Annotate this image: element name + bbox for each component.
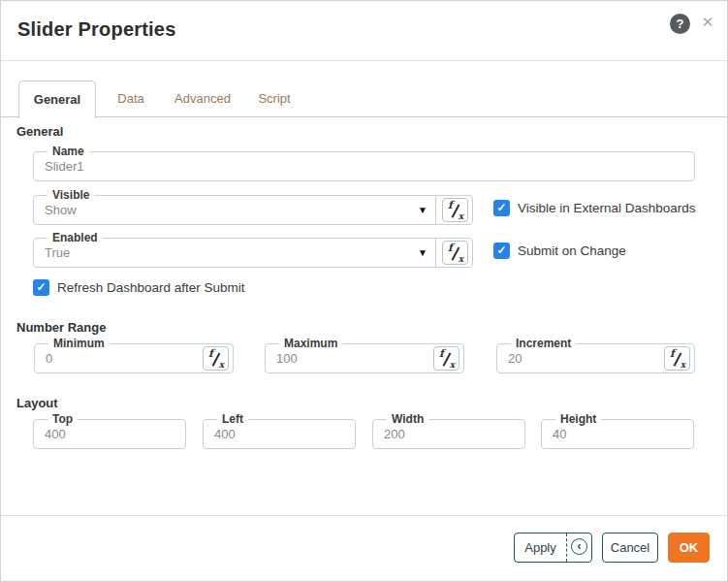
- help-icon[interactable]: ?: [670, 14, 690, 34]
- submit-on-change-label: Submit on Change: [518, 243, 626, 258]
- top-field: Top: [33, 419, 186, 449]
- slider-properties-dialog: Slider Properties ? ✕ General Data Advan…: [0, 0, 728, 582]
- header-divider: [1, 60, 727, 61]
- dropdown-arrow-icon: ▼: [418, 196, 427, 224]
- enabled-selected-value: True: [45, 239, 70, 267]
- apply-button-label[interactable]: Apply: [515, 534, 566, 562]
- general-section-heading: General: [16, 124, 63, 139]
- visible-external-label: Visible in External Dashboards: [518, 201, 696, 215]
- field-separator: [435, 239, 436, 267]
- minimum-field: Minimum fx: [34, 343, 234, 373]
- increment-field: Increment fx: [496, 343, 695, 373]
- close-icon[interactable]: ✕: [699, 14, 716, 31]
- tab-bar: General Data Advanced Script: [1, 81, 727, 117]
- fx-icon: fx: [207, 350, 225, 368]
- tab-data[interactable]: Data: [96, 81, 166, 117]
- maximum-field: Maximum fx: [265, 343, 464, 373]
- chevron-left-circle-icon: ‹: [571, 538, 587, 555]
- name-input[interactable]: [45, 152, 656, 180]
- height-input[interactable]: [553, 420, 655, 448]
- increment-input[interactable]: [508, 344, 656, 372]
- layout-section-heading: Layout: [16, 396, 58, 410]
- fx-icon: fx: [447, 244, 464, 262]
- apply-button[interactable]: Apply ‹: [514, 533, 592, 563]
- field-separator: [435, 196, 436, 224]
- visible-expression-button[interactable]: fx: [442, 198, 468, 222]
- dialog-title: Slider Properties: [17, 18, 175, 41]
- left-input[interactable]: [214, 420, 317, 448]
- apply-history-menu-button[interactable]: ‹: [566, 534, 592, 562]
- height-field: Height: [541, 419, 694, 449]
- tab-advanced[interactable]: Advanced: [166, 81, 239, 117]
- tab-general[interactable]: General: [18, 81, 96, 118]
- fx-icon: fx: [669, 350, 686, 368]
- name-field: Name: [33, 151, 695, 181]
- refresh-after-submit-label: Refresh Dashboard after Submit: [57, 280, 245, 295]
- ok-button[interactable]: OK: [668, 533, 710, 563]
- checkbox-check-icon: ✓: [33, 279, 49, 296]
- fx-icon: fx: [438, 350, 456, 368]
- minimum-input[interactable]: [46, 344, 195, 372]
- checkbox-check-icon: ✓: [493, 200, 510, 216]
- enabled-expression-button[interactable]: fx: [442, 241, 468, 265]
- increment-expression-button[interactable]: fx: [664, 346, 690, 371]
- tab-script[interactable]: Script: [239, 81, 309, 117]
- left-field: Left: [203, 419, 356, 449]
- enabled-dropdown[interactable]: Enabled True ▼ fx: [33, 238, 473, 268]
- fx-icon: fx: [447, 202, 464, 219]
- maximum-input[interactable]: [276, 344, 426, 372]
- maximum-expression-button[interactable]: fx: [433, 346, 459, 371]
- dropdown-arrow-icon: ▼: [418, 239, 427, 267]
- width-input[interactable]: [384, 420, 487, 448]
- cancel-button[interactable]: Cancel: [602, 533, 658, 563]
- checkbox-check-icon: ✓: [493, 242, 510, 259]
- number-range-section-heading: Number Range: [16, 320, 106, 335]
- visible-dropdown[interactable]: Visible Show ▼ fx: [33, 195, 473, 225]
- visible-selected-value: Show: [45, 196, 77, 224]
- top-input[interactable]: [45, 420, 147, 448]
- minimum-expression-button[interactable]: fx: [203, 346, 229, 371]
- width-field: Width: [372, 419, 525, 449]
- footer-divider: [1, 515, 727, 516]
